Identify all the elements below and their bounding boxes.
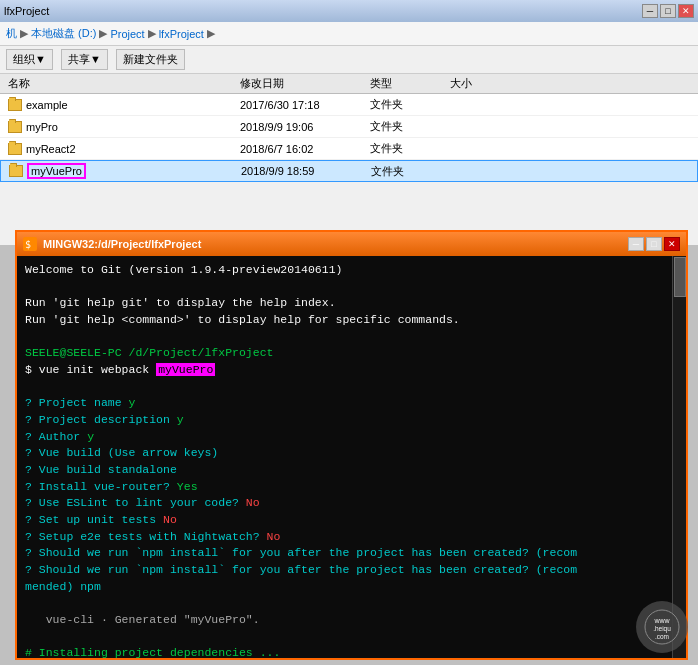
file-explorer-titlebar: lfxProject ─ □ ✕ bbox=[0, 0, 698, 22]
svg-text:.heiqu: .heiqu bbox=[653, 625, 671, 633]
file-name-label: myPro bbox=[26, 121, 58, 133]
file-row[interactable]: myReact22018/6/7 16:02文件夹 bbox=[0, 138, 698, 160]
terminal-line bbox=[25, 329, 678, 346]
answer-y: y bbox=[129, 396, 136, 409]
terminal-line: ? Project description y bbox=[25, 412, 678, 429]
terminal-scrollbar-thumb[interactable] bbox=[674, 257, 686, 297]
new-folder-button[interactable]: 新建文件夹 bbox=[116, 49, 185, 70]
fe-window-controls: ─ □ ✕ bbox=[642, 4, 694, 18]
file-explorer-window: lfxProject ─ □ ✕ 机 ▶ 本地磁盘 (D:) ▶ Project… bbox=[0, 0, 698, 245]
term-close-button[interactable]: ✕ bbox=[664, 237, 680, 251]
share-label: 共享▼ bbox=[68, 52, 101, 67]
breadcrumb: 机 ▶ 本地磁盘 (D:) ▶ Project ▶ lfxProject ▶ bbox=[0, 22, 698, 46]
terminal-body: Welcome to Git (version 1.9.4-preview201… bbox=[17, 256, 686, 658]
organize-button[interactable]: 组织▼ bbox=[6, 49, 53, 70]
terminal-line: ? Author y bbox=[25, 429, 678, 446]
folder-icon bbox=[8, 99, 22, 111]
folder-icon bbox=[8, 143, 22, 155]
file-name-cell: myReact2 bbox=[0, 143, 240, 155]
breadcrumb-drive[interactable]: 本地磁盘 (D:) bbox=[31, 26, 96, 41]
file-type-cell: 文件夹 bbox=[370, 119, 450, 134]
answer-cyan: standalone bbox=[108, 463, 177, 476]
breadcrumb-pc[interactable]: 机 bbox=[6, 26, 17, 41]
answer-y: y bbox=[177, 413, 184, 426]
breadcrumb-lfx[interactable]: lfxProject bbox=[159, 28, 204, 40]
terminal-line: mended) npm bbox=[25, 579, 678, 596]
terminal-line: ? Set up unit tests No bbox=[25, 512, 678, 529]
watermark-circle: www .heiqu .com bbox=[636, 601, 688, 653]
answer-y: y bbox=[87, 430, 94, 443]
col-header-type[interactable]: 类型 bbox=[370, 76, 450, 91]
terminal-title: MINGW32:/d/Project/lfxProject bbox=[43, 238, 628, 250]
answer-no: No bbox=[246, 496, 260, 509]
file-row[interactable]: myVuePro2018/9/9 18:59文件夹 bbox=[0, 160, 698, 182]
file-name-cell: example bbox=[0, 99, 240, 111]
col-header-name[interactable]: 名称 bbox=[0, 76, 240, 91]
term-minimize-button[interactable]: ─ bbox=[628, 237, 644, 251]
answer-no: No bbox=[267, 530, 281, 543]
folder-icon bbox=[9, 165, 23, 177]
fe-minimize-button[interactable]: ─ bbox=[642, 4, 658, 18]
terminal-line: ? Setup e2e tests with Nightwatch? No bbox=[25, 529, 678, 546]
file-row[interactable]: example2017/6/30 17:18文件夹 bbox=[0, 94, 698, 116]
terminal-line: ? Project name y bbox=[25, 395, 678, 412]
file-date-cell: 2017/6/30 17:18 bbox=[240, 99, 370, 111]
terminal-scrollbar[interactable] bbox=[672, 256, 686, 658]
share-button[interactable]: 共享▼ bbox=[61, 49, 108, 70]
selected-filename: myVuePro bbox=[27, 163, 86, 179]
terminal-window-controls: ─ □ ✕ bbox=[628, 237, 680, 251]
file-type-cell: 文件夹 bbox=[370, 97, 450, 112]
terminal-line: Run 'git help git' to display the help i… bbox=[25, 295, 678, 312]
file-type-cell: 文件夹 bbox=[370, 141, 450, 156]
file-name-cell: myVuePro bbox=[1, 165, 241, 177]
terminal-line: ? Should we run `npm install` for you af… bbox=[25, 545, 678, 562]
file-date-cell: 2018/9/9 18:59 bbox=[241, 165, 371, 177]
fe-close-button[interactable]: ✕ bbox=[678, 4, 694, 18]
terminal-window: $ MINGW32:/d/Project/lfxProject ─ □ ✕ We… bbox=[15, 230, 688, 660]
file-name-label: myVuePro bbox=[27, 165, 86, 177]
fe-maximize-button[interactable]: □ bbox=[660, 4, 676, 18]
folder-icon bbox=[8, 121, 22, 133]
terminal-line: Run 'git help <command>' to display help… bbox=[25, 312, 678, 329]
highlighted-folder-name: myVuePro bbox=[156, 363, 215, 376]
file-name-label: myReact2 bbox=[26, 143, 76, 155]
terminal-line: SEELE@SEELE-PC /d/Project/lfxProject bbox=[25, 345, 678, 362]
terminal-line: ? Use ESLint to lint your code? No bbox=[25, 495, 678, 512]
terminal-line: ? Install vue-router? Yes bbox=[25, 479, 678, 496]
file-list: example2017/6/30 17:18文件夹myPro2018/9/9 1… bbox=[0, 94, 698, 182]
col-header-size[interactable]: 大小 bbox=[450, 76, 530, 91]
terminal-line: ? Vue build standalone bbox=[25, 462, 678, 479]
file-name-cell: myPro bbox=[0, 121, 240, 133]
terminal-line: $ vue init webpack myVuePro bbox=[25, 362, 678, 379]
terminal-line: Welcome to Git (version 1.9.4-preview201… bbox=[25, 262, 678, 279]
answer-no: No bbox=[163, 513, 177, 526]
terminal-line: # Installing project dependencies ... bbox=[25, 645, 678, 658]
terminal-line: ? Should we run `npm install` for you af… bbox=[25, 562, 678, 579]
terminal-line bbox=[25, 279, 678, 296]
term-maximize-button[interactable]: □ bbox=[646, 237, 662, 251]
file-row[interactable]: myPro2018/9/9 19:06文件夹 bbox=[0, 116, 698, 138]
svg-text:.com: .com bbox=[655, 633, 669, 640]
terminal-line: vue-cli · Generated "myVuePro". bbox=[25, 612, 678, 629]
terminal-line bbox=[25, 595, 678, 612]
organize-label: 组织▼ bbox=[13, 52, 46, 67]
watermark: www .heiqu .com bbox=[636, 601, 688, 653]
col-header-date[interactable]: 修改日期 bbox=[240, 76, 370, 91]
file-date-cell: 2018/9/9 19:06 bbox=[240, 121, 370, 133]
answer-yes: Yes bbox=[177, 480, 198, 493]
file-type-cell: 文件夹 bbox=[371, 164, 451, 179]
svg-text:$: $ bbox=[25, 239, 31, 250]
new-folder-label: 新建文件夹 bbox=[123, 52, 178, 67]
breadcrumb-project[interactable]: Project bbox=[110, 28, 144, 40]
fe-title: lfxProject bbox=[4, 5, 642, 17]
terminal-line bbox=[25, 629, 678, 646]
file-table-header: 名称 修改日期 类型 大小 bbox=[0, 74, 698, 94]
terminal-icon: $ bbox=[23, 237, 37, 251]
file-date-cell: 2018/6/7 16:02 bbox=[240, 143, 370, 155]
terminal-titlebar: $ MINGW32:/d/Project/lfxProject ─ □ ✕ bbox=[17, 232, 686, 256]
terminal-line: ? Vue build (Use arrow keys) bbox=[25, 445, 678, 462]
fe-toolbar: 组织▼ 共享▼ 新建文件夹 bbox=[0, 46, 698, 74]
svg-text:www: www bbox=[653, 617, 670, 624]
terminal-line bbox=[25, 379, 678, 396]
file-name-label: example bbox=[26, 99, 68, 111]
